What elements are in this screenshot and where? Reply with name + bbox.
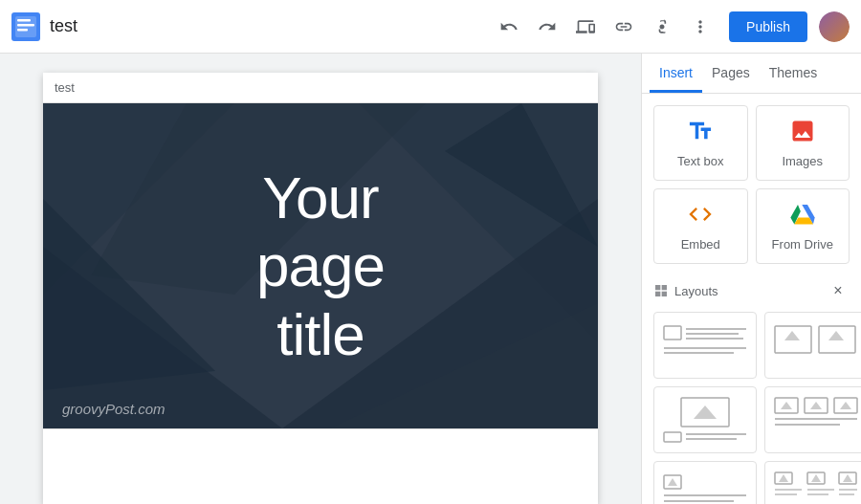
- svg-rect-14: [664, 326, 681, 340]
- embed-label: Embed: [681, 237, 720, 252]
- page-header-bar: test: [43, 73, 598, 103]
- publish-button[interactable]: Publish: [729, 11, 807, 42]
- layouts-grid: [653, 312, 850, 504]
- insert-from-drive[interactable]: From Drive: [756, 188, 850, 264]
- header-actions: Publish: [492, 10, 850, 44]
- svg-rect-4: [17, 29, 28, 32]
- page-canvas: test Yourpagetitle groovyPost.com: [43, 73, 598, 504]
- page-footer: [43, 428, 598, 504]
- layout-card-6[interactable]: [764, 461, 861, 504]
- undo-button[interactable]: [492, 10, 526, 44]
- layouts-header: Layouts ×: [653, 279, 850, 302]
- svg-marker-46: [811, 474, 821, 482]
- insert-images[interactable]: Images: [756, 105, 850, 181]
- textbox-label: Text box: [677, 154, 723, 168]
- layouts-title: Layouts: [653, 283, 718, 298]
- layout-card-1[interactable]: [653, 312, 757, 379]
- drive-icon: [789, 201, 816, 231]
- user-avatar[interactable]: [819, 11, 850, 42]
- insert-grid: Text box Images Embed: [653, 105, 850, 264]
- svg-marker-30: [781, 402, 792, 409]
- svg-marker-21: [784, 331, 800, 340]
- tab-pages[interactable]: Pages: [702, 54, 760, 93]
- layout-card-3[interactable]: [653, 386, 757, 453]
- right-panel: Insert Pages Themes Text box: [641, 54, 861, 504]
- svg-marker-48: [843, 474, 852, 482]
- svg-marker-44: [779, 474, 788, 482]
- share-button[interactable]: [645, 10, 679, 44]
- preview-button[interactable]: [568, 10, 603, 44]
- hero-title: Yourpagetitle: [256, 164, 385, 368]
- document-title: test: [50, 16, 492, 36]
- layout-card-5[interactable]: [653, 461, 757, 504]
- watermark: groovyPost.com: [62, 401, 166, 417]
- layout-card-4[interactable]: [764, 386, 861, 453]
- tab-insert[interactable]: Insert: [650, 54, 702, 93]
- layout-card-2[interactable]: [764, 312, 861, 379]
- layouts-close-button[interactable]: ×: [827, 279, 850, 302]
- panel-tabs: Insert Pages Themes: [642, 54, 861, 94]
- redo-button[interactable]: [530, 10, 564, 44]
- insert-embed[interactable]: Embed: [653, 188, 748, 264]
- link-button[interactable]: [607, 10, 641, 44]
- svg-marker-38: [668, 478, 677, 486]
- svg-rect-3: [17, 24, 34, 27]
- canvas-area: test Yourpagetitle groovyPost.com: [0, 54, 641, 504]
- page-hero[interactable]: Yourpagetitle groovyPost.com: [43, 103, 598, 428]
- main-content: test Yourpagetitle groovyPost.com: [0, 54, 861, 504]
- embed-icon: [687, 201, 714, 231]
- from-drive-label: From Drive: [772, 237, 833, 252]
- app-logo: [11, 12, 40, 41]
- insert-textbox[interactable]: Text box: [653, 105, 748, 181]
- more-options-button[interactable]: [683, 10, 718, 44]
- images-label: Images: [782, 154, 823, 168]
- header: test Publish: [0, 0, 861, 54]
- layouts-section: Layouts ×: [653, 279, 850, 504]
- svg-marker-34: [840, 402, 851, 409]
- tab-themes[interactable]: Themes: [760, 54, 828, 93]
- svg-rect-26: [664, 432, 681, 442]
- panel-body: Text box Images Embed: [642, 94, 861, 504]
- svg-marker-25: [694, 405, 717, 419]
- svg-marker-23: [828, 331, 844, 340]
- svg-marker-32: [810, 402, 822, 409]
- svg-rect-2: [17, 19, 31, 22]
- images-icon: [789, 118, 816, 148]
- textbox-icon: [687, 118, 714, 148]
